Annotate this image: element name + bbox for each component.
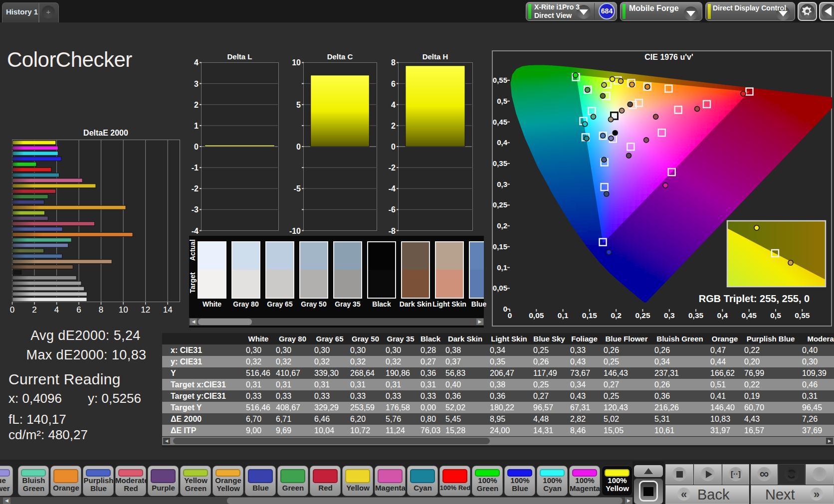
svg-text:4: 4 xyxy=(391,101,396,109)
svg-text:-4: -4 xyxy=(192,227,199,235)
svg-text:-10: -10 xyxy=(289,227,301,235)
svg-text:RGB Triplet: 255, 255, 0: RGB Triplet: 255, 255, 0 xyxy=(699,293,810,304)
svg-text:0,25: 0,25 xyxy=(635,311,650,320)
svg-text:0,05: 0,05 xyxy=(529,311,544,320)
svg-text:Delta H: Delta H xyxy=(422,52,448,61)
svg-text:0,45: 0,45 xyxy=(742,311,757,320)
svg-text:0: 0 xyxy=(296,143,301,151)
svg-text:Delta C: Delta C xyxy=(327,52,353,61)
svg-text:8: 8 xyxy=(391,58,396,67)
svg-text:-2: -2 xyxy=(192,184,199,193)
svg-text:0: 0 xyxy=(194,143,199,151)
svg-text:0,2: 0,2 xyxy=(497,221,507,230)
svg-text:6: 6 xyxy=(391,80,396,88)
svg-text:-2: -2 xyxy=(389,164,396,172)
svg-text:0,15: 0,15 xyxy=(582,311,598,320)
svg-text:0,05: 0,05 xyxy=(493,284,507,292)
svg-text:0,25: 0,25 xyxy=(493,200,507,209)
svg-text:0,35: 0,35 xyxy=(688,311,704,320)
svg-text:0,4: 0,4 xyxy=(717,311,728,320)
svg-text:0,1: 0,1 xyxy=(497,263,507,272)
svg-text:0: 0 xyxy=(391,143,396,151)
svg-text:-8: -8 xyxy=(389,227,396,235)
svg-text:2: 2 xyxy=(32,305,36,315)
svg-text:6: 6 xyxy=(76,305,81,315)
svg-text:0,5: 0,5 xyxy=(770,311,781,320)
svg-text:0,4: 0,4 xyxy=(497,138,508,147)
svg-text:0: 0 xyxy=(508,311,512,320)
svg-text:CIE 1976 u'v': CIE 1976 u'v' xyxy=(644,53,693,61)
svg-text:10: 10 xyxy=(292,58,301,67)
svg-text:4: 4 xyxy=(194,58,199,67)
svg-text:-3: -3 xyxy=(192,205,199,214)
svg-text:0,35: 0,35 xyxy=(493,159,507,168)
svg-text:0,2: 0,2 xyxy=(611,311,622,320)
svg-text:0: 0 xyxy=(10,305,14,315)
svg-text:0,1: 0,1 xyxy=(558,311,569,320)
svg-text:4: 4 xyxy=(54,305,59,315)
svg-text:0,45: 0,45 xyxy=(493,118,507,126)
svg-text:10: 10 xyxy=(119,305,128,315)
svg-text:0,5: 0,5 xyxy=(497,97,507,105)
svg-text:2: 2 xyxy=(194,101,199,109)
svg-text:0,55: 0,55 xyxy=(493,76,507,84)
svg-text:0,15: 0,15 xyxy=(493,242,507,251)
svg-text:8: 8 xyxy=(99,305,103,315)
svg-text:-5: -5 xyxy=(294,184,301,193)
svg-text:5: 5 xyxy=(296,101,301,109)
svg-text:-6: -6 xyxy=(389,205,396,214)
svg-text:Delta L: Delta L xyxy=(227,52,252,61)
svg-text:14: 14 xyxy=(163,305,173,315)
svg-text:1: 1 xyxy=(194,122,199,130)
svg-text:3: 3 xyxy=(194,80,199,88)
svg-text:0,3: 0,3 xyxy=(664,311,675,320)
svg-text:0,3: 0,3 xyxy=(497,180,507,188)
svg-text:0,55: 0,55 xyxy=(795,311,810,320)
svg-text:-4: -4 xyxy=(389,184,396,193)
svg-text:12: 12 xyxy=(141,305,150,315)
svg-text:2: 2 xyxy=(391,122,396,130)
svg-text:-1: -1 xyxy=(192,164,199,172)
svg-text:0: 0 xyxy=(503,305,507,313)
svg-text:DeltaE 2000: DeltaE 2000 xyxy=(83,129,128,137)
